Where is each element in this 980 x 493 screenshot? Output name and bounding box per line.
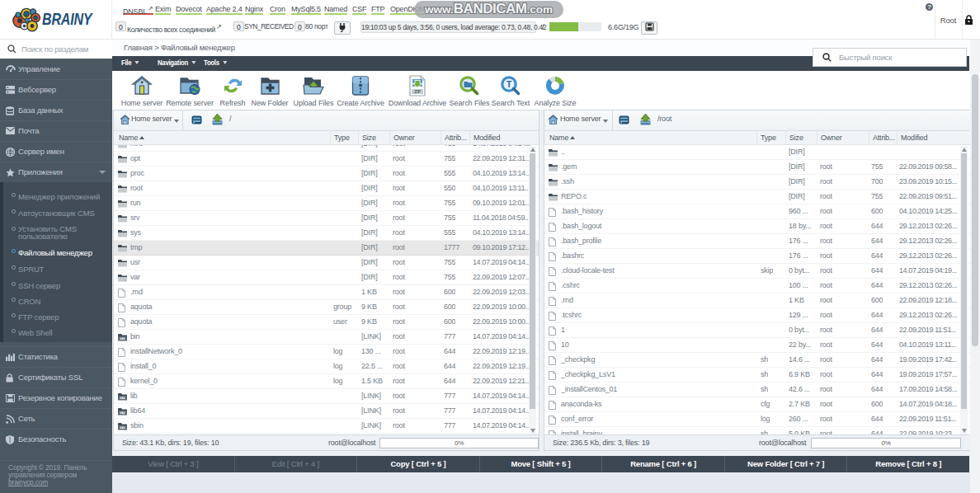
- svg-text:T: T: [506, 79, 512, 89]
- svg-text:ZIP: ZIP: [414, 89, 421, 94]
